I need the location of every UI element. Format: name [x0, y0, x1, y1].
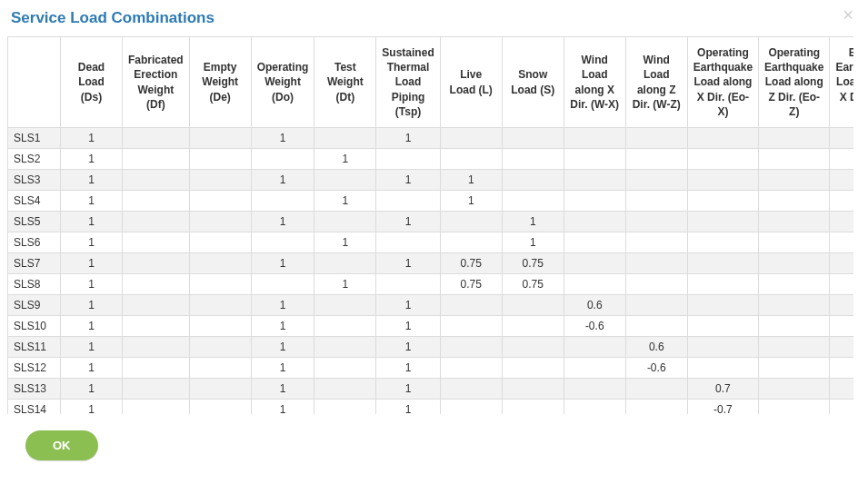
- cell: 1: [61, 295, 123, 316]
- cell: [376, 232, 440, 253]
- cell: [502, 379, 564, 400]
- cell: [123, 316, 190, 337]
- cell: 1: [251, 253, 314, 274]
- cell: 1: [376, 316, 440, 337]
- cell: [251, 274, 314, 295]
- cell: [830, 128, 853, 149]
- cell: [314, 379, 376, 400]
- cell: [440, 337, 502, 358]
- cell: [314, 400, 376, 415]
- row-name: SLS2: [8, 149, 61, 170]
- cell: 1: [61, 170, 123, 191]
- column-header: Fabricated Erection Weight (Df): [123, 37, 190, 128]
- cell: [564, 253, 625, 274]
- cell: [189, 358, 251, 379]
- cell: [440, 232, 502, 253]
- cell: [314, 212, 376, 232]
- row-name: SLS14: [8, 400, 61, 415]
- table-scroll-area[interactable]: Dead Load (Ds)Fabricated Erection Weight…: [7, 36, 853, 414]
- cell: [759, 379, 830, 400]
- cell: 1: [376, 128, 440, 149]
- cell: [564, 274, 625, 295]
- cell: 1: [376, 253, 440, 274]
- cell: [830, 274, 853, 295]
- cell: [759, 316, 830, 337]
- cell: [502, 295, 564, 316]
- cell: [314, 128, 376, 149]
- cell: [314, 337, 376, 358]
- cell: [687, 170, 758, 191]
- cell: [625, 253, 687, 274]
- cell: [759, 149, 830, 170]
- cell: [314, 316, 376, 337]
- cell: [830, 400, 853, 415]
- cell: 1: [376, 170, 440, 191]
- cell: 1: [314, 232, 376, 253]
- cell: [314, 170, 376, 191]
- cell: 1: [61, 337, 123, 358]
- cell: 1: [61, 379, 123, 400]
- cell: [759, 400, 830, 415]
- cell: -0.7: [687, 400, 758, 415]
- table-row: SLS6111: [8, 232, 854, 253]
- cell: [687, 191, 758, 212]
- cell: [564, 232, 625, 253]
- cell: [189, 149, 251, 170]
- cell: 1: [251, 295, 314, 316]
- cell: [440, 358, 502, 379]
- cell: [189, 400, 251, 415]
- cell: [759, 232, 830, 253]
- table-row: SLS10111-0.6: [8, 316, 854, 337]
- cell: [189, 316, 251, 337]
- cell: [759, 274, 830, 295]
- cell: [440, 316, 502, 337]
- cell: [189, 212, 251, 232]
- cell: 1: [61, 274, 123, 295]
- cell: [830, 295, 853, 316]
- cell: [625, 191, 687, 212]
- cell: 1: [251, 337, 314, 358]
- row-name: SLS6: [8, 232, 61, 253]
- column-header: Test Weight (Dt): [314, 37, 376, 128]
- cell: 0.6: [625, 337, 687, 358]
- cell: [502, 149, 564, 170]
- cell: 1: [314, 274, 376, 295]
- column-header: Operating Earthquake Load along X Dir. (…: [687, 37, 758, 128]
- column-header: Wind Load along X Dir. (W-X): [564, 37, 625, 128]
- cell: [625, 274, 687, 295]
- cell: 1: [251, 170, 314, 191]
- cell: [314, 253, 376, 274]
- table-row: SLS1111: [8, 128, 854, 149]
- cell: [759, 191, 830, 212]
- cell: [123, 295, 190, 316]
- cell: [759, 170, 830, 191]
- column-header: Operating Earthquake Load along Z Dir. (…: [759, 37, 830, 128]
- cell: [123, 128, 190, 149]
- row-name: SLS5: [8, 212, 61, 232]
- cell: [189, 379, 251, 400]
- cell: [123, 191, 190, 212]
- cell: [502, 400, 564, 415]
- cell: [830, 316, 853, 337]
- row-name: SLS1: [8, 128, 61, 149]
- cell: 1: [376, 295, 440, 316]
- ok-button[interactable]: OK: [25, 430, 98, 460]
- cell: 1: [502, 212, 564, 232]
- cell: 1: [440, 191, 502, 212]
- cell: [123, 212, 190, 232]
- table-row: SLS4111: [8, 191, 854, 212]
- table-row: SLS211: [8, 149, 854, 170]
- column-header: Wind Load along Z Dir. (W-Z): [625, 37, 687, 128]
- cell: [564, 128, 625, 149]
- cell: -0.6: [625, 358, 687, 379]
- cell: 1: [251, 379, 314, 400]
- cell: [687, 337, 758, 358]
- cell: [189, 128, 251, 149]
- cell: [759, 337, 830, 358]
- cell: [687, 358, 758, 379]
- cell: [440, 212, 502, 232]
- cell: [830, 212, 853, 232]
- cell: [687, 149, 758, 170]
- cell: [564, 170, 625, 191]
- close-icon[interactable]: ×: [843, 5, 853, 24]
